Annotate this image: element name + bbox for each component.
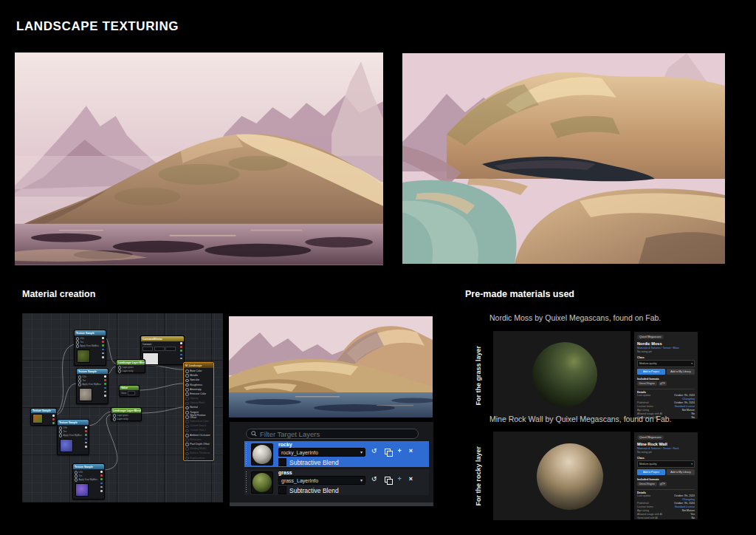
layerinfo-dropdown-rocky[interactable]: rocky_LayerInfo▾ [278,448,365,457]
add-to-project-button[interactable]: Add to Project [637,369,665,375]
landscape-render-left-art [15,52,383,265]
value-input-box[interactable] [128,391,135,395]
node-header: Texture Sample [58,420,89,425]
layers-panel-scrollbar[interactable] [230,502,433,506]
material-pin-list: Base ColorMetallicSpecularRoughnessAniso… [184,368,213,462]
node-layer-blend-bottom[interactable]: Landscape Layer Blend Layer grassLayer r… [111,407,142,421]
fab-breadcrumb[interactable]: Materials & Textures › Terrain › Moss [637,347,695,350]
node-texture-sample-normal2[interactable]: Texture Sample UVsTexApply View MipBias [72,463,105,500]
preview-render-art [229,316,433,418]
side-label-grass: For the grass layer [472,331,484,420]
format-chip[interactable]: Unreal Engine [637,482,657,486]
copy-icon[interactable] [385,449,391,454]
revert-icon[interactable]: ↺ [371,448,377,454]
chevron-down-icon: ▾ [691,362,693,365]
node-output-pins [104,375,106,397]
chevron-down-icon: ▾ [360,450,362,454]
node-constant4vector[interactable]: Constant4Vector Constant [140,335,185,365]
landscape-render-right-art [402,53,725,264]
node-input-pin: Apply View MipBias [75,478,103,482]
moss-sphere-render [532,342,597,407]
node-output-pins [85,426,87,448]
constant-value-boxes[interactable] [142,347,184,351]
format-chip[interactable]: Unreal Engine [637,381,657,386]
fab-badge[interactable]: Quixel Megascans [637,435,664,440]
preview-render [229,316,433,418]
blend-input-pin: Layer rocky [118,369,143,373]
node-pin-list: UVsTexApply View MipBias [73,469,104,483]
detail-row-list: Last updateOctober 7th, 2024ChangelogPub… [637,494,695,520]
drag-handle[interactable] [245,471,248,494]
layer-row-grass[interactable]: grass grass_LayerInfo▾ ↺ + × Subtractive… [244,469,429,495]
copy-icon[interactable] [385,477,391,483]
remove-icon[interactable]: × [409,476,413,483]
node-pin-list: UVsTexApply View MipBias [58,425,89,439]
rock-sphere-render [537,443,603,510]
filter-target-layers-input[interactable]: Filter Target Layers [246,429,419,439]
node-header: Landscape Layer Blend [111,408,141,413]
format-chip[interactable]: glTF [659,381,667,386]
add-to-project-button[interactable]: Add to Project [637,469,665,475]
node-texture-sample-grass[interactable]: Texture Sample UVsTexApply View MipBias [74,330,106,366]
remove-icon[interactable]: × [409,448,413,454]
node-header: Texture Sample [31,409,56,413]
layerinfo-dropdown-grass[interactable]: grass_LayerInfo▾ [278,476,365,485]
gradient-texture-thumbnail [32,414,43,423]
node-header: Constant4Vector [141,336,184,341]
node-output-pins [52,415,55,424]
node-output-pins [102,337,104,358]
node-header: Texture Sample [73,464,104,469]
section-heading-material-creation: Material creation [22,289,95,299]
target-layers-panel: Filter Target Layers rocky rocky_LayerIn… [229,421,434,507]
normal-map-thumbnail [75,483,89,497]
fab-detail-panel-moss: Quixel Megascans Nordic Moss Materials &… [633,331,698,420]
subtractive-blend-label: Subtractive Blend [289,487,339,494]
search-icon [251,431,257,437]
material-output-node[interactable]: M_Landscape Base ColorMetallicSpecularRo… [183,362,214,461]
node-output-pins [100,471,103,492]
layer-name: grass [278,470,292,475]
fab-rating: No rating yet [637,350,695,353]
format-chip-list: Unreal EngineglTF [637,381,695,386]
fab-badge[interactable]: Quixel Megascans [637,335,664,339]
add-to-library-button[interactable]: Add to My Library [667,469,695,475]
node-layer-blend-top[interactable]: Landscape Layer Blend Layer grassLayer r… [116,359,145,373]
add-to-library-button[interactable]: Add to My Library [667,369,695,375]
quality-dropdown[interactable]: Medium quality▾ [637,460,695,468]
material-node-graph[interactable]: Texture Sample UVsTexApply View MipBias … [22,313,223,502]
add-icon[interactable]: + [398,448,402,454]
quality-dropdown[interactable]: Medium quality▾ [637,360,695,367]
fab-breadcrumb[interactable]: Materials & Textures › Terrain › Rock [637,447,695,450]
node-header: Texture Sample [77,369,108,374]
node-pin-list: UVsTexApply View MipBias [77,374,108,388]
blend-input-pin: Layer rocky [113,418,140,421]
node-pin-list: Layer grassLayer rocky [117,365,145,374]
subtractive-blend-checkbox[interactable] [278,458,286,466]
node-texture-sample-rock[interactable]: Texture Sample UVsTexApply View MipBias [76,368,109,404]
node-header: Value [120,386,139,390]
layer-thumbnail-rocky [251,443,273,466]
add-icon[interactable]: + [398,476,402,483]
material-pin: World Position Offset [185,415,212,419]
node-texture-sample-normal1[interactable]: Texture Sample UVsTexApply View MipBias [57,419,89,455]
page-title: LANDSCAPE TEXTURING [16,19,179,34]
landscape-render-left [15,52,383,265]
subtractive-blend-label: Subtractive Blend [289,459,339,466]
fab-title: Mine Rock Wall [637,442,695,446]
premade-caption-rock: Mine Rock Wall by Quixel Megascans, foun… [489,415,671,423]
layer-row-rocky[interactable]: rocky rocky_LayerInfo▾ ↺ + × Subtractive… [244,441,429,467]
filter-placeholder: Filter Target Layers [260,430,320,438]
layer-thumbnail-grass [251,471,273,494]
subtractive-blend-checkbox[interactable] [278,486,286,494]
drag-handle[interactable] [245,443,248,466]
node-texture-sample-gradient[interactable]: Texture Sample [30,408,57,426]
revert-icon[interactable]: ↺ [371,476,377,483]
node-header: Landscape Layer Blend [117,360,145,365]
value-pin-label: Value [121,392,126,395]
format-chip[interactable]: glTF [659,482,667,486]
node-scalar-value[interactable]: Value Value [119,385,140,397]
class-label: Class [637,356,695,359]
fab-rating: No rating yet [637,451,695,454]
node-input-pin: Apply View MipBias [76,344,104,348]
node-pin-list: UVsTexApply View MipBias [75,335,106,350]
